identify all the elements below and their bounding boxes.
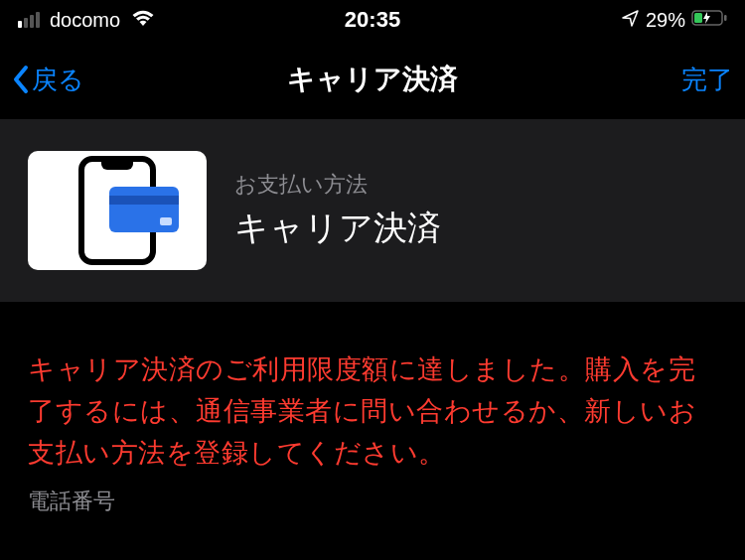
error-message: キャリア決済のご利用限度額に達しました。購入を完了するには、通信事業者に問い合わ…: [28, 350, 717, 475]
phone-number-label: 電話番号: [28, 487, 717, 516]
status-right: 29%: [622, 9, 727, 32]
svg-rect-2: [724, 15, 727, 21]
signal-bars-icon: [18, 12, 40, 28]
payment-method-card: お支払い方法 キャリア決済: [0, 119, 745, 302]
error-section: キャリア決済のご利用限度額に達しました。購入を完了するには、通信事業者に問い合わ…: [0, 302, 745, 528]
battery-percent: 29%: [646, 9, 685, 32]
done-button[interactable]: 完了: [681, 63, 733, 97]
status-left: docomo: [18, 9, 154, 32]
battery-icon: [691, 10, 727, 30]
svg-rect-1: [694, 13, 702, 23]
payment-subtitle: お支払い方法: [234, 170, 441, 200]
back-button[interactable]: 戻る: [12, 63, 84, 97]
chevron-left-icon: [12, 65, 30, 94]
status-bar: docomo 20:35 29%: [0, 0, 745, 40]
carrier-label: docomo: [50, 9, 120, 32]
nav-bar: 戻る キャリア決済 完了: [0, 40, 745, 119]
payment-method-text: お支払い方法 キャリア決済: [234, 170, 441, 251]
wifi-icon: [132, 10, 154, 30]
payment-title: キャリア決済: [234, 206, 441, 251]
back-label: 戻る: [32, 63, 84, 97]
carrier-billing-icon: [28, 151, 207, 270]
time-label: 20:35: [345, 7, 400, 33]
location-icon: [622, 9, 640, 31]
page-title: キャリア決済: [287, 61, 458, 98]
